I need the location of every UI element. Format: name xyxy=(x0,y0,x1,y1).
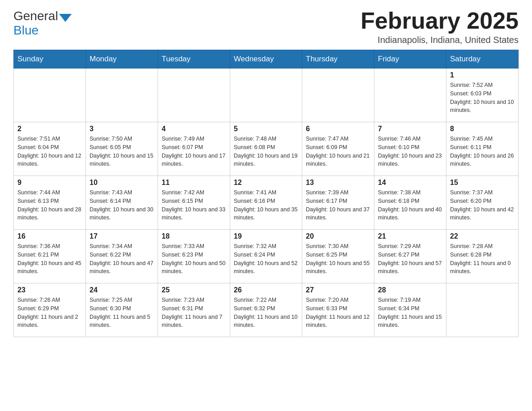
sunset-text: Sunset: 6:20 PM xyxy=(450,197,515,206)
col-wednesday: Wednesday xyxy=(230,50,302,68)
daylight-text: Daylight: 10 hours and 47 minutes. xyxy=(90,259,154,276)
sunrise-text: Sunrise: 7:19 AM xyxy=(378,296,442,304)
sunrise-text: Sunrise: 7:51 AM xyxy=(17,135,82,143)
calendar-cell: 6Sunrise: 7:47 AMSunset: 6:09 PMDaylight… xyxy=(302,122,374,176)
day-info: Sunrise: 7:20 AMSunset: 6:33 PMDaylight:… xyxy=(306,296,370,330)
day-info: Sunrise: 7:42 AMSunset: 6:15 PMDaylight:… xyxy=(162,188,226,222)
logo-general-text: General xyxy=(13,9,58,23)
day-number: 26 xyxy=(234,286,298,294)
sunset-text: Sunset: 6:05 PM xyxy=(90,143,154,152)
day-info: Sunrise: 7:46 AMSunset: 6:10 PMDaylight:… xyxy=(378,135,442,168)
daylight-text: Daylight: 11 hours and 10 minutes. xyxy=(234,313,298,330)
daylight-text: Daylight: 10 hours and 10 minutes. xyxy=(450,98,515,115)
day-number: 8 xyxy=(450,125,515,133)
sunset-text: Sunset: 6:25 PM xyxy=(306,251,370,259)
sunset-text: Sunset: 6:31 PM xyxy=(162,304,226,313)
daylight-text: Daylight: 10 hours and 50 minutes. xyxy=(162,259,226,276)
day-info: Sunrise: 7:25 AMSunset: 6:30 PMDaylight:… xyxy=(90,296,154,330)
sunrise-text: Sunrise: 7:44 AM xyxy=(17,188,82,197)
sunrise-text: Sunrise: 7:38 AM xyxy=(378,188,442,197)
day-info: Sunrise: 7:39 AMSunset: 6:17 PMDaylight:… xyxy=(306,188,370,222)
calendar-week-4: 16Sunrise: 7:36 AMSunset: 6:21 PMDayligh… xyxy=(14,230,519,283)
sunrise-text: Sunrise: 7:34 AM xyxy=(90,242,154,251)
day-info: Sunrise: 7:51 AMSunset: 6:04 PMDaylight:… xyxy=(17,135,82,168)
calendar-cell: 26Sunrise: 7:22 AMSunset: 6:32 PMDayligh… xyxy=(230,283,302,337)
sunrise-text: Sunrise: 7:33 AM xyxy=(162,242,226,251)
sunrise-text: Sunrise: 7:42 AM xyxy=(162,188,226,197)
calendar-week-5: 23Sunrise: 7:26 AMSunset: 6:29 PMDayligh… xyxy=(14,283,519,337)
day-info: Sunrise: 7:41 AMSunset: 6:16 PMDaylight:… xyxy=(234,188,298,222)
calendar-cell: 8Sunrise: 7:45 AMSunset: 6:11 PMDaylight… xyxy=(446,122,519,176)
calendar-cell: 4Sunrise: 7:49 AMSunset: 6:07 PMDaylight… xyxy=(158,122,230,176)
daylight-text: Daylight: 10 hours and 55 minutes. xyxy=(306,259,370,276)
day-number: 14 xyxy=(378,179,442,187)
daylight-text: Daylight: 10 hours and 40 minutes. xyxy=(378,206,442,223)
sunrise-text: Sunrise: 7:28 AM xyxy=(450,242,515,251)
day-info: Sunrise: 7:36 AMSunset: 6:21 PMDaylight:… xyxy=(17,242,82,276)
day-info: Sunrise: 7:22 AMSunset: 6:32 PMDaylight:… xyxy=(234,296,298,330)
calendar-cell: 11Sunrise: 7:42 AMSunset: 6:15 PMDayligh… xyxy=(158,176,230,230)
calendar-cell: 18Sunrise: 7:33 AMSunset: 6:23 PMDayligh… xyxy=(158,230,230,283)
sunset-text: Sunset: 6:04 PM xyxy=(17,143,82,152)
day-info: Sunrise: 7:32 AMSunset: 6:24 PMDaylight:… xyxy=(234,242,298,276)
calendar-cell: 19Sunrise: 7:32 AMSunset: 6:24 PMDayligh… xyxy=(230,230,302,283)
sunrise-text: Sunrise: 7:25 AM xyxy=(90,296,154,304)
day-number: 11 xyxy=(162,179,226,187)
calendar-cell: 23Sunrise: 7:26 AMSunset: 6:29 PMDayligh… xyxy=(14,283,86,337)
location-label: Indianapolis, Indiana, United States xyxy=(360,35,519,45)
day-number: 24 xyxy=(90,286,154,294)
sunrise-text: Sunrise: 7:20 AM xyxy=(306,296,370,304)
daylight-text: Daylight: 10 hours and 57 minutes. xyxy=(378,259,442,276)
daylight-text: Daylight: 10 hours and 42 minutes. xyxy=(450,206,515,223)
day-number: 19 xyxy=(234,232,298,240)
sunset-text: Sunset: 6:22 PM xyxy=(90,251,154,259)
calendar-week-2: 2Sunrise: 7:51 AMSunset: 6:04 PMDaylight… xyxy=(14,122,519,176)
sunrise-text: Sunrise: 7:49 AM xyxy=(162,135,226,143)
calendar-cell xyxy=(446,283,519,337)
daylight-text: Daylight: 11 hours and 12 minutes. xyxy=(306,313,370,330)
daylight-text: Daylight: 10 hours and 21 minutes. xyxy=(306,152,370,169)
day-number: 12 xyxy=(234,179,298,187)
sunrise-text: Sunrise: 7:32 AM xyxy=(234,242,298,251)
day-info: Sunrise: 7:43 AMSunset: 6:14 PMDaylight:… xyxy=(90,188,154,222)
day-info: Sunrise: 7:47 AMSunset: 6:09 PMDaylight:… xyxy=(306,135,370,168)
weekday-row: Sunday Monday Tuesday Wednesday Thursday… xyxy=(14,50,519,68)
daylight-text: Daylight: 10 hours and 45 minutes. xyxy=(17,259,82,276)
daylight-text: Daylight: 10 hours and 23 minutes. xyxy=(378,152,442,169)
daylight-text: Daylight: 11 hours and 0 minutes. xyxy=(450,259,515,276)
col-saturday: Saturday xyxy=(446,50,519,68)
calendar-cell xyxy=(86,68,158,122)
day-number: 23 xyxy=(17,286,82,294)
col-thursday: Thursday xyxy=(302,50,374,68)
day-number: 20 xyxy=(306,232,370,240)
calendar-cell xyxy=(158,68,230,122)
day-info: Sunrise: 7:49 AMSunset: 6:07 PMDaylight:… xyxy=(162,135,226,168)
calendar-cell: 9Sunrise: 7:44 AMSunset: 6:13 PMDaylight… xyxy=(14,176,86,230)
daylight-text: Daylight: 10 hours and 33 minutes. xyxy=(162,206,226,223)
sunset-text: Sunset: 6:13 PM xyxy=(17,197,82,206)
day-info: Sunrise: 7:34 AMSunset: 6:22 PMDaylight:… xyxy=(90,242,154,276)
daylight-text: Daylight: 10 hours and 52 minutes. xyxy=(234,259,298,276)
sunset-text: Sunset: 6:33 PM xyxy=(306,304,370,313)
calendar-cell: 28Sunrise: 7:19 AMSunset: 6:34 PMDayligh… xyxy=(374,283,446,337)
day-info: Sunrise: 7:28 AMSunset: 6:28 PMDaylight:… xyxy=(450,242,515,276)
calendar-cell: 3Sunrise: 7:50 AMSunset: 6:05 PMDaylight… xyxy=(86,122,158,176)
logo-arrow-icon xyxy=(59,14,72,22)
daylight-text: Daylight: 11 hours and 7 minutes. xyxy=(162,313,226,330)
day-info: Sunrise: 7:33 AMSunset: 6:23 PMDaylight:… xyxy=(162,242,226,276)
sunrise-text: Sunrise: 7:39 AM xyxy=(306,188,370,197)
sunset-text: Sunset: 6:10 PM xyxy=(378,143,442,152)
day-number: 17 xyxy=(90,232,154,240)
sunrise-text: Sunrise: 7:26 AM xyxy=(17,296,82,304)
calendar-week-3: 9Sunrise: 7:44 AMSunset: 6:13 PMDaylight… xyxy=(14,176,519,230)
calendar-table: Sunday Monday Tuesday Wednesday Thursday… xyxy=(13,50,519,337)
title-block: February 2025 Indianapolis, Indiana, Uni… xyxy=(360,9,519,45)
logo: General Blue xyxy=(13,9,73,38)
daylight-text: Daylight: 10 hours and 35 minutes. xyxy=(234,206,298,223)
sunrise-text: Sunrise: 7:46 AM xyxy=(378,135,442,143)
calendar-cell: 7Sunrise: 7:46 AMSunset: 6:10 PMDaylight… xyxy=(374,122,446,176)
daylight-text: Daylight: 10 hours and 17 minutes. xyxy=(162,152,226,169)
day-info: Sunrise: 7:26 AMSunset: 6:29 PMDaylight:… xyxy=(17,296,82,330)
day-number: 3 xyxy=(90,125,154,133)
day-info: Sunrise: 7:45 AMSunset: 6:11 PMDaylight:… xyxy=(450,135,515,168)
